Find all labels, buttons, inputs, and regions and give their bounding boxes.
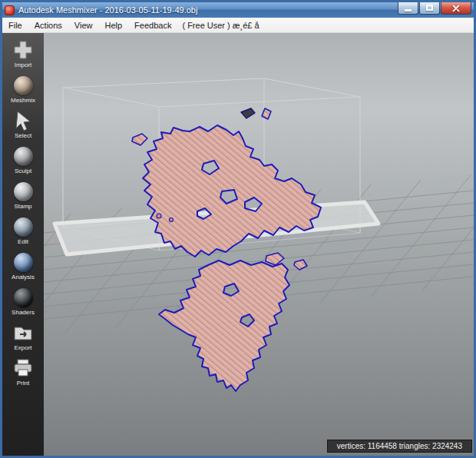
menu-bar: File Actions View Help Feedback ( Free U… bbox=[2, 18, 474, 33]
maximize-button[interactable] bbox=[419, 2, 440, 15]
minimize-icon bbox=[405, 9, 412, 12]
tool-label: Analysis bbox=[12, 274, 35, 280]
select-cursor-icon bbox=[12, 110, 34, 131]
sidebar-item-export[interactable]: Export bbox=[2, 322, 44, 355]
meshmix-sphere-icon bbox=[12, 75, 34, 96]
tool-label: Meshmix bbox=[11, 97, 35, 104]
meshmixer-app-icon bbox=[5, 5, 15, 15]
sidebar-item-edit[interactable]: Edit bbox=[2, 216, 44, 249]
sidebar-item-import[interactable]: Import bbox=[2, 39, 44, 72]
close-icon bbox=[441, 2, 471, 14]
stamp-sphere-icon bbox=[12, 181, 34, 202]
status-bar: vertices: 1164458 triangles: 2324243 bbox=[327, 440, 472, 453]
app-window: Autodesk Meshmixer - 2016-03-05-11-19-49… bbox=[0, 0, 476, 458]
tool-label: Edit bbox=[18, 238, 28, 245]
mesh-stats: vertices: 1164458 triangles: 2324243 bbox=[337, 442, 462, 450]
sidebar-item-shaders[interactable]: Shaders bbox=[2, 287, 44, 320]
close-button[interactable] bbox=[441, 2, 471, 15]
menu-feedback[interactable]: Feedback bbox=[128, 19, 177, 32]
tool-label: Print bbox=[17, 380, 29, 387]
sidebar-item-sculpt[interactable]: Sculpt bbox=[2, 145, 44, 178]
tool-label: Export bbox=[14, 344, 31, 351]
main-area: Import Meshmix Select Sculpt bbox=[2, 33, 474, 456]
import-plus-icon bbox=[12, 39, 34, 61]
tool-label: Sculpt bbox=[15, 168, 31, 174]
tool-label: Import bbox=[15, 61, 32, 68]
title-bar[interactable]: Autodesk Meshmixer - 2016-03-05-11-19-49… bbox=[2, 2, 474, 18]
mesh-upper-body[interactable] bbox=[143, 125, 321, 257]
menu-file[interactable]: File bbox=[2, 19, 28, 32]
free-user-status: ( Free User ) æ¸é£ å bbox=[177, 19, 263, 32]
sidebar-item-meshmix[interactable]: Meshmix bbox=[2, 75, 44, 108]
sidebar-item-print[interactable]: Print bbox=[2, 357, 44, 390]
shaders-sphere-icon bbox=[12, 287, 34, 308]
menu-view[interactable]: View bbox=[68, 19, 99, 32]
window-controls bbox=[398, 2, 471, 15]
tool-label: Select bbox=[15, 132, 31, 139]
mesh-lower-body[interactable] bbox=[159, 261, 289, 391]
print-printer-icon bbox=[12, 357, 34, 379]
menu-actions[interactable]: Actions bbox=[28, 19, 68, 32]
viewport-3d[interactable]: vertices: 1164458 triangles: 2324243 bbox=[44, 33, 474, 456]
window-title: Autodesk Meshmixer - 2016-03-05-11-19-49… bbox=[18, 5, 197, 15]
tool-label: Shaders bbox=[12, 309, 35, 316]
analysis-sphere-icon bbox=[12, 251, 34, 273]
sidebar-item-analysis[interactable]: Analysis bbox=[2, 251, 44, 284]
export-folder-icon bbox=[12, 322, 34, 344]
tool-sidebar: Import Meshmix Select Sculpt bbox=[2, 33, 44, 456]
edit-sphere-icon bbox=[12, 216, 34, 237]
menu-help[interactable]: Help bbox=[98, 19, 128, 32]
sculpt-sphere-icon bbox=[12, 145, 34, 167]
minimize-button[interactable] bbox=[398, 2, 418, 15]
maximize-icon bbox=[426, 5, 433, 11]
sidebar-item-select[interactable]: Select bbox=[2, 110, 44, 143]
scene-canvas[interactable] bbox=[44, 33, 474, 456]
sidebar-item-stamp[interactable]: Stamp bbox=[2, 181, 44, 214]
tool-label: Stamp bbox=[14, 203, 31, 210]
